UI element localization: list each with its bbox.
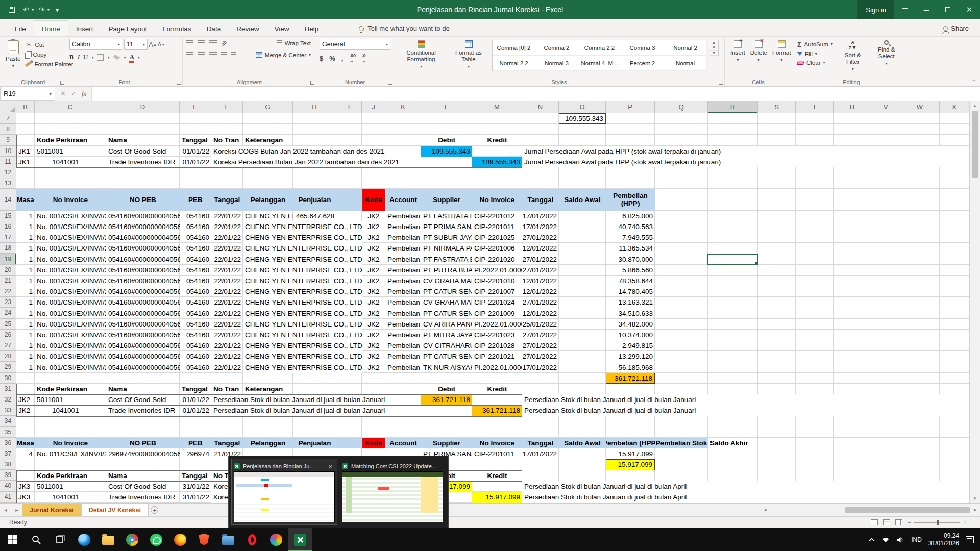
cell-F29[interactable]: 22/01/22 <box>211 362 243 373</box>
qat-customize-button[interactable]: ▾ <box>51 3 64 16</box>
cell-C40[interactable]: 5011001 <box>35 481 106 492</box>
cell-P15[interactable]: 6.825.000 <box>606 211 655 221</box>
brave-button[interactable] <box>192 528 216 551</box>
gallery-up-button[interactable]: ▲ <box>709 40 718 45</box>
bold-button[interactable]: B <box>69 53 74 61</box>
row-header-22[interactable]: 22 <box>0 286 16 297</box>
cell-D28[interactable]: 054160#00000000405620 <box>106 351 180 362</box>
row-header-38[interactable]: 38 <box>0 459 16 470</box>
row-header-14[interactable]: 14 <box>0 189 16 210</box>
grow-font-button[interactable]: A▲ <box>149 41 156 48</box>
volume-icon[interactable] <box>896 537 904 543</box>
ribbon-tab-formulas[interactable]: Formulas <box>155 21 199 36</box>
cell-H14[interactable]: Penjualan <box>293 189 336 210</box>
normal-view-button[interactable] <box>871 519 878 525</box>
cell-I36[interactable] <box>336 438 362 448</box>
horizontal-scroll-thumb[interactable] <box>845 507 970 513</box>
column-header-V[interactable]: V <box>871 101 900 113</box>
fill-color-caret-icon[interactable]: ▾ <box>124 55 126 60</box>
close-button[interactable]: ✕ <box>959 0 980 19</box>
row-header-35[interactable]: 35 <box>0 427 16 437</box>
cell-N15[interactable]: 17/01/2022 <box>522 211 559 221</box>
cell-M37[interactable]: CIP-2201011 <box>472 448 522 459</box>
row-header-7[interactable]: 7 <box>0 113 16 124</box>
cell-F10[interactable]: Koreksi COGS Bulan Jan 2022 tambahan dar… <box>211 146 421 157</box>
whatsapp-button[interactable] <box>144 528 168 551</box>
align-bottom-button[interactable] <box>209 40 217 46</box>
language-indicator[interactable]: IND <box>911 536 922 543</box>
column-header-K[interactable]: K <box>385 101 421 113</box>
cell-G23[interactable]: CHENG YEN ENTERPRISE CO., LTD <box>243 297 362 308</box>
column-header-H[interactable]: H <box>293 101 336 113</box>
scroll-up-icon[interactable]: ▲ <box>970 101 980 110</box>
cell-B20[interactable]: 1 <box>16 265 35 276</box>
cell-D16[interactable]: 054160#00000000405620 <box>106 221 180 232</box>
ribbon-tab-review[interactable]: Review <box>229 21 266 36</box>
align-left-button[interactable] <box>186 52 193 58</box>
clock[interactable]: 09.24 31/01/2026 <box>928 532 959 547</box>
row-header-21[interactable]: 21 <box>0 276 16 286</box>
cell-F26[interactable]: 22/01/22 <box>211 330 243 340</box>
cell-L31[interactable]: Debit <box>421 384 472 394</box>
cell-D15[interactable]: 054160#00000000405620 <box>106 211 180 221</box>
cell-C15[interactable]: No. 001/CSI/EX/INV/I/2022 <box>35 211 106 221</box>
cell-F17[interactable]: 22/01/22 <box>211 232 243 243</box>
cell-E39[interactable]: Tanggal <box>180 470 211 481</box>
cell-G9[interactable]: Keterangan <box>243 135 293 145</box>
cell-style-normal-4-m-[interactable]: Normal 4_M... <box>578 56 621 71</box>
cell-B32[interactable]: JK2 <box>16 394 35 405</box>
cell-F11[interactable]: Koreksi Persediaan Bulan Jan 2022 tambah… <box>211 157 421 167</box>
row-header-9[interactable]: 9 <box>0 135 16 145</box>
sort-filter-button[interactable]: AZ▼ Sort & Filter ▾ <box>837 39 869 73</box>
alignment-dialog-launcher[interactable] <box>310 81 314 85</box>
cell-N25[interactable]: 25/01/2022 <box>522 319 559 330</box>
row-header-15[interactable]: 15 <box>0 211 16 221</box>
cell-F19[interactable]: 22/01/22 <box>211 254 243 265</box>
cell-N16[interactable]: 17/01/2022 <box>522 221 559 232</box>
cell-C26[interactable]: No. 001/CSI/EX/INV/I/2022 <box>35 330 106 340</box>
scroll-down-icon[interactable]: ▼ <box>970 494 980 503</box>
cell-style-comma-3[interactable]: Comma 3 <box>621 40 664 56</box>
sheet-nav-left-icon[interactable]: ◄ <box>0 504 11 516</box>
cell-style-normal[interactable]: Normal <box>664 56 707 71</box>
cell-G31[interactable]: Keterangan <box>243 384 293 394</box>
cell-B26[interactable]: 1 <box>16 330 35 340</box>
cell-E32[interactable]: 01/01/22 <box>180 394 211 405</box>
cell-E33[interactable]: 01/01/22 <box>180 405 211 416</box>
column-header-Q[interactable]: Q <box>655 101 708 113</box>
cell-D36[interactable]: NO PEB <box>106 438 180 448</box>
cell-L20[interactable]: PT PUTRA BUAN <box>421 265 472 276</box>
cell-N22[interactable]: 12/01/2022 <box>522 286 559 297</box>
cell-B17[interactable]: 1 <box>16 232 35 243</box>
sheet-tab-jurnal-koreksi[interactable]: Jurnal Koreksi <box>22 504 82 516</box>
cell-L21[interactable]: CV GRAHA MAND <box>421 276 472 286</box>
row-header-37[interactable]: 37 <box>0 448 16 459</box>
opera-button[interactable] <box>240 528 264 551</box>
cell-P29[interactable]: 56.185.968 <box>606 362 655 373</box>
cell-F31[interactable]: No Tran <box>211 384 243 394</box>
folder-button[interactable] <box>216 528 240 551</box>
cell-K23[interactable]: Pembelian <box>385 297 421 308</box>
window-preview-1[interactable]: Penjelasan dan Rincian Ju... × <box>232 459 337 524</box>
find-select-button[interactable]: Find & Select ▾ <box>871 39 902 68</box>
cell-M22[interactable]: CIP-2201007 <box>472 286 522 297</box>
cell-P20[interactable]: 5.866.560 <box>606 265 655 276</box>
row-header-24[interactable]: 24 <box>0 308 16 318</box>
cell-E22[interactable]: 054160 <box>180 286 211 297</box>
cell-E14[interactable]: PEB <box>180 189 211 210</box>
align-right-button[interactable] <box>209 52 217 58</box>
cell-M39[interactable]: Kredit <box>472 470 522 481</box>
cell-D33[interactable]: Trade Inventories IDR <box>106 405 180 416</box>
ribbon-tab-data[interactable]: Data <box>199 21 229 36</box>
cell-D23[interactable]: 054160#00000000405620 <box>106 297 180 308</box>
column-header-W[interactable]: W <box>900 101 940 113</box>
cell-J22[interactable]: JK2 <box>362 286 385 297</box>
cell-N27[interactable]: 27/01/2022 <box>522 340 559 351</box>
cell-C19[interactable]: No. 001/CSI/EX/INV/I/2022 <box>35 254 106 265</box>
row-header-40[interactable]: 40 <box>0 481 16 491</box>
cell-M27[interactable]: CIP-2201028 <box>472 340 522 351</box>
cell-C39[interactable]: Kode Perkiraan <box>35 470 106 481</box>
cell-K27[interactable]: Pembelian <box>385 340 421 351</box>
cell-G15[interactable]: CHENG YEN ENTERPRISE CO., LTD <box>243 211 293 221</box>
row-header-36[interactable]: 36 <box>0 438 16 448</box>
